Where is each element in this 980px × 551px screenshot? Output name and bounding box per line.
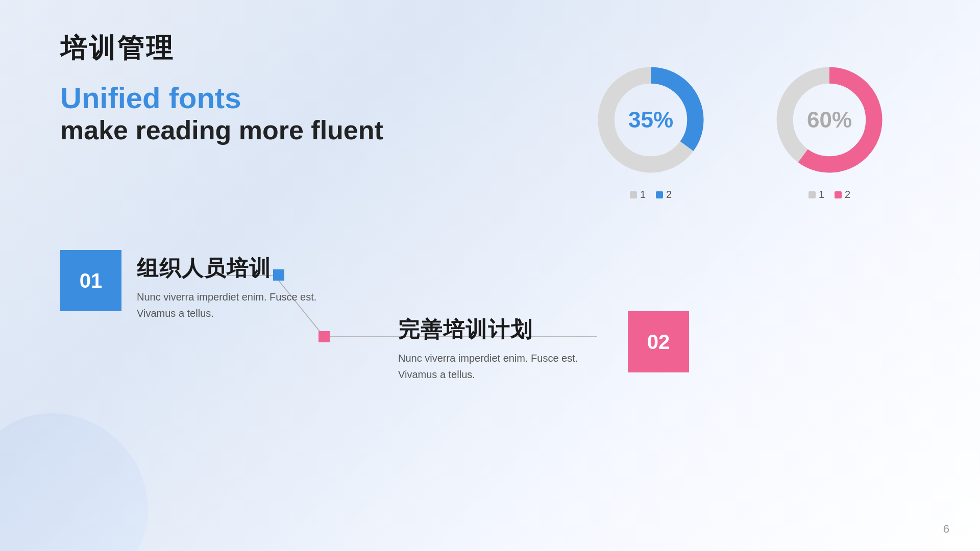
legend-1-item-2: 2 [656, 189, 672, 201]
process-item-01: 01 组织人员培训 Nunc viverra imperdiet enim. F… [60, 250, 331, 321]
background-blob [0, 413, 148, 551]
item-02-box: 02 [628, 311, 689, 372]
chart-2-legend: 1 2 [808, 189, 850, 201]
chart-1-legend: 1 2 [630, 189, 672, 201]
legend-2-item-2: 2 [835, 189, 850, 201]
legend-1-item-1: 1 [630, 189, 646, 201]
page-number: 6 [943, 522, 949, 536]
donut-chart-1: 35% [592, 61, 709, 179]
legend-1-label-1: 1 [640, 189, 646, 201]
item-01-desc: Nunc viverra imperdiet enim. Fusce est. … [137, 289, 331, 321]
chart-1-label: 35% [628, 107, 673, 133]
slide: 培训管理 Unified fonts make reading more flu… [0, 0, 980, 551]
legend-2-dot-1 [808, 191, 816, 198]
charts-area: 35% 1 2 [592, 61, 888, 201]
legend-2-dot-2 [835, 191, 842, 198]
donut-chart-2: 60% [771, 61, 888, 179]
process-item-02: 完善培训计划 Nunc viverra imperdiet enim. Fusc… [398, 311, 689, 383]
header: 培训管理 Unified fonts make reading more flu… [60, 31, 383, 146]
item-02-title: 完善培训计划 [398, 315, 612, 344]
subtitle-black: make reading more fluent [60, 114, 383, 146]
legend-2-item-1: 1 [808, 189, 824, 201]
item-02-desc: Nunc viverra imperdiet enim. Fusce est. … [398, 350, 592, 383]
main-title: 培训管理 [60, 31, 383, 66]
item-01-title: 组织人员培训 [137, 254, 331, 283]
legend-1-label-2: 2 [666, 189, 672, 201]
legend-1-dot-1 [630, 191, 637, 198]
chart-1: 35% 1 2 [592, 61, 709, 201]
subtitle-blue: Unified fonts [60, 82, 383, 114]
legend-2-label-1: 1 [819, 189, 824, 201]
svg-rect-7 [318, 331, 330, 342]
chart-2: 60% 1 2 [771, 61, 888, 201]
legend-2-label-2: 2 [845, 189, 850, 201]
legend-1-dot-2 [656, 191, 663, 198]
chart-2-label: 60% [807, 107, 852, 133]
item-01-box: 01 [60, 250, 121, 311]
